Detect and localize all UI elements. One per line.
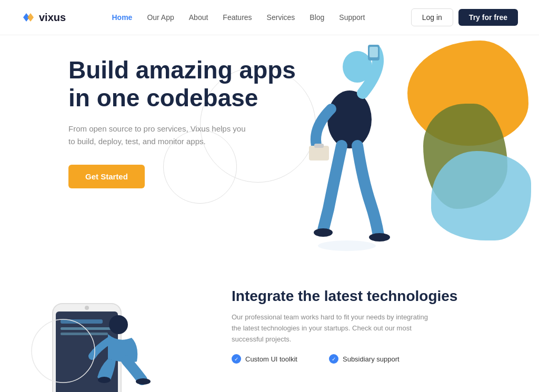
logo-icon <box>21 10 36 25</box>
nav-links: Home Our App About Features Services Blo… <box>112 13 365 22</box>
nav-item-blog[interactable]: Blog <box>310 13 324 22</box>
svg-rect-14 <box>61 319 103 324</box>
hero-person-illustration <box>294 41 405 253</box>
try-free-button[interactable]: Try for free <box>458 9 518 26</box>
section2-title: Integrate the latest technologies <box>232 288 518 305</box>
section2-description: Our professional team works hard to fit … <box>232 312 432 345</box>
svg-point-13 <box>85 306 89 310</box>
nav-item-home[interactable]: Home <box>112 13 132 22</box>
svg-point-10 <box>318 240 376 251</box>
logo: vixus <box>21 10 66 25</box>
svg-rect-16 <box>61 333 108 335</box>
hero-title: Build amazing apps in one codebase <box>68 56 311 112</box>
section2: Integrate the latest technologies Our pr… <box>0 262 539 392</box>
svg-point-18 <box>98 377 111 383</box>
section2-content: Integrate the latest technologies Our pr… <box>200 272 518 364</box>
nav-item-features[interactable]: Features <box>223 13 252 22</box>
svg-point-19 <box>136 378 151 385</box>
hero-description: From open source to pro services, Vixus … <box>68 123 247 148</box>
navbar: vixus Home Our App About Features Servic… <box>0 0 539 35</box>
check-icon-2: ✓ <box>329 354 338 364</box>
svg-rect-7 <box>314 144 324 148</box>
feature-label-2: Subsidiary support <box>343 355 400 363</box>
svg-point-8 <box>314 228 333 237</box>
feature-label-1: Custom UI toolkit <box>245 355 297 363</box>
nav-actions: Log in Try for free <box>411 8 518 26</box>
brand-name: vixus <box>39 12 66 24</box>
svg-point-3 <box>327 91 372 148</box>
svg-marker-1 <box>27 13 34 22</box>
login-button[interactable]: Log in <box>411 8 453 26</box>
blob-blue <box>431 151 531 240</box>
nav-item-app[interactable]: Our App <box>147 13 174 22</box>
hero-section: Build amazing apps in one codebase From … <box>0 35 539 262</box>
nav-item-services[interactable]: Services <box>267 13 295 22</box>
check-icon-1: ✓ <box>232 354 241 364</box>
svg-point-9 <box>369 233 390 242</box>
feature-item-1: ✓ Custom UI toolkit <box>232 354 297 364</box>
feature-item-2: ✓ Subsidiary support <box>329 354 400 364</box>
nav-item-about[interactable]: About <box>189 13 208 22</box>
svg-rect-5 <box>370 47 378 57</box>
svg-rect-6 <box>309 146 329 160</box>
feature-list: ✓ Custom UI toolkit ✓ Subsidiary support <box>232 354 518 364</box>
section2-illustration <box>21 272 179 392</box>
hero-content: Build amazing apps in one codebase From … <box>68 56 311 188</box>
get-started-button[interactable]: Get Started <box>68 165 145 188</box>
svg-point-17 <box>109 315 128 334</box>
nav-item-support[interactable]: Support <box>339 13 365 22</box>
